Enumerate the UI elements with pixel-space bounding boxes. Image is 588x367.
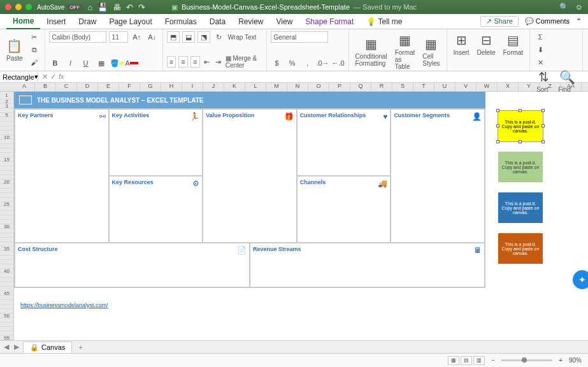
increase-font-icon[interactable]: A↑ [131,31,143,43]
key-resources-cell[interactable]: Key Resources⚙ [109,176,203,243]
person-icon: 👤 [472,112,482,121]
copy-icon[interactable]: ⧉ [28,44,41,55]
customer-segments-cell[interactable]: Customer Segments👤 [391,109,485,243]
redo-icon[interactable]: ↷ [138,3,145,12]
tab-review[interactable]: Review [232,15,269,29]
postit-green[interactable]: This is a post-it. Copy and paste on can… [498,152,543,182]
borders-icon[interactable]: ▦ [95,57,108,69]
fill-color-icon[interactable]: 🪣 [110,57,123,69]
underline-button[interactable]: U [80,57,92,69]
indent-right-icon[interactable]: ⇥ [214,56,223,68]
autosum-icon[interactable]: Σ [534,31,547,43]
print-icon[interactable]: 🖶 [113,3,121,12]
fill-icon[interactable]: ⬇ [534,44,547,55]
page-layout-view-icon[interactable]: ▤ [461,356,472,365]
format-as-table-button[interactable]: ▦Format as Table [392,31,418,71]
paste-button[interactable]: 📋Paste [4,37,25,63]
tab-shape-format[interactable]: Shape Format [299,15,360,29]
align-center-icon[interactable]: ≡ [178,56,188,68]
tab-view[interactable]: View [270,15,299,29]
add-sheet-button[interactable]: + [75,342,86,352]
font-name-select[interactable]: Calibri (Body) [49,31,106,43]
worksheet[interactable]: 123510152025303540455055565758596061 THE… [0,92,588,359]
close-window[interactable] [5,4,11,10]
conditional-formatting-button[interactable]: ▦Conditional Formatting [353,35,390,68]
undo-icon[interactable]: ↶ [126,3,133,12]
cost-structure-cell[interactable]: Cost Structure📄 [15,243,250,287]
account-icon[interactable]: ☺ [575,3,583,11]
page-break-view-icon[interactable]: ▥ [473,356,485,365]
zoom-in-button[interactable]: + [559,357,563,364]
bold-button[interactable]: B [49,57,62,69]
tab-data[interactable]: Data [203,15,232,29]
decrease-font-icon[interactable]: A↓ [146,31,159,43]
search-icon[interactable]: 🔍 [559,3,569,11]
currency-icon[interactable]: $ [271,57,283,69]
format-painter-icon[interactable]: 🖌 [28,57,41,68]
tab-page-layout[interactable]: Page Layout [103,15,158,29]
floating-action-button[interactable]: ✦ [573,270,588,289]
align-bottom-icon[interactable]: ⬔ [197,31,210,43]
autosave-toggle[interactable]: AutoSave OFF [37,4,82,11]
customer-relationships-cell[interactable]: Customer Relationships♥ [297,109,391,176]
zoom-slider[interactable] [501,359,552,361]
insert-cells-button[interactable]: ⊞Insert [451,31,472,57]
align-middle-icon[interactable]: ⬓ [182,31,195,43]
indent-left-icon[interactable]: ⇤ [203,56,212,68]
tab-insert[interactable]: Insert [40,15,72,29]
home-icon[interactable]: ⌂ [87,3,92,12]
comma-icon[interactable]: , [301,57,314,69]
delete-cells-button[interactable]: ⊟Delete [475,31,498,57]
postit-yellow[interactable]: This is a post-it. Copy and paste on can… [498,111,543,141]
merge-center-button[interactable]: ▦ Merge & Center [226,55,262,69]
postit-orange[interactable]: This is a post-it. Copy and paste on can… [498,233,543,264]
normal-view-icon[interactable]: ▦ [448,356,459,365]
key-partners-cell[interactable]: Key Partners⚯ [15,109,109,243]
sheet-tab-canvas[interactable]: 🔒Canvas [23,342,72,353]
template-link[interactable]: https://businessmodelanalyst.com/ [20,302,108,308]
window-controls [5,4,32,10]
number-format-select[interactable]: General [271,31,328,43]
cancel-formula-icon[interactable]: ✕ [42,73,48,81]
postit-blue[interactable]: This is a post-it. Copy and paste on can… [498,192,543,223]
tell-me[interactable]: 💡 Tell me [360,15,408,29]
increase-decimal-icon[interactable]: .0→ [317,57,329,69]
channels-cell[interactable]: Channels🚚 [297,176,391,243]
comments-button[interactable]: 💬 Comments [525,17,570,25]
cell-styles-button[interactable]: ▦Cell Styles [420,35,442,68]
minimize-window[interactable] [15,4,22,10]
receipt-icon: 📄 [237,246,247,255]
zoom-window[interactable] [25,4,32,10]
row-headers[interactable]: 123510152025303540455055565758596061 [0,92,14,359]
align-right-icon[interactable]: ≡ [190,56,200,68]
font-color-icon[interactable]: A [125,57,138,69]
name-box[interactable]: Rectangle▾ [0,73,38,81]
zoom-out-button[interactable]: − [491,357,495,364]
fx-icon[interactable]: fx [59,73,64,81]
orientation-icon[interactable]: ↻ [213,31,226,43]
collapse-ribbon[interactable]: ⌃ [576,17,582,25]
tab-formulas[interactable]: Formulas [159,15,203,29]
align-left-icon[interactable]: ≡ [167,56,176,68]
tab-scroll-right[interactable]: ▶ [13,343,20,351]
align-top-icon[interactable]: ⬒ [167,31,180,43]
clear-icon[interactable]: ✕ [534,57,547,68]
font-size-select[interactable]: 11 [109,31,128,43]
format-cells-button[interactable]: ▤Format [500,31,526,57]
value-proposition-cell[interactable]: Value Proposition🎁 [203,109,297,243]
tab-draw[interactable]: Draw [72,15,103,29]
zoom-level[interactable]: 90% [569,357,582,364]
save-icon[interactable]: 💾 [97,3,108,12]
key-activities-cell[interactable]: Key Activities🏃 [109,109,203,176]
cut-icon[interactable]: ✂ [28,31,41,43]
column-headers[interactable]: ABCDEFGHIJKLMNOPQRSTUVWXYZAA [0,83,588,92]
decrease-decimal-icon[interactable]: ←.0 [332,57,345,69]
tab-home[interactable]: Home [6,14,40,29]
enter-formula-icon[interactable]: ✓ [50,73,56,81]
italic-button[interactable]: I [64,57,77,69]
tab-scroll-left[interactable]: ◀ [3,343,10,351]
percent-icon[interactable]: % [286,57,299,69]
revenue-streams-cell[interactable]: Revenue Streams🖩 [250,243,485,287]
wrap-text-button[interactable]: Wrap Text [228,34,257,41]
share-button[interactable]: ↗ Share [480,16,518,27]
